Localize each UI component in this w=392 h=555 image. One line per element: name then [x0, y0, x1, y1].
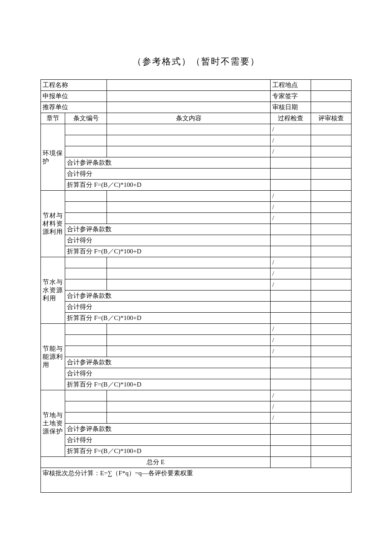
section-3-total-score-review	[311, 368, 352, 379]
section-2-total-score-process	[271, 302, 311, 313]
section-0-total-score-process	[271, 169, 311, 180]
section-2-review-0	[311, 257, 352, 268]
header-row-0: 工程名称 工程地点	[41, 80, 352, 91]
section-2-formula-review	[311, 313, 352, 324]
section-0-datarow-2: /	[41, 146, 352, 157]
section-3-total-score: 合计得分	[41, 368, 352, 379]
section-1-total-score-label: 合计得分	[65, 235, 271, 246]
section-3-process-2: /	[271, 346, 311, 357]
section-3-total-items: 合计参评条款数	[41, 357, 352, 368]
section-1-process-0: /	[271, 191, 311, 202]
section-2-process-1: /	[271, 268, 311, 279]
page-title: （参考格式）（暂时不需要）	[40, 55, 352, 67]
section-4-total-score-review	[311, 435, 352, 446]
section-0-formula-label: 折算百分 F=(B／C)*100+D	[65, 180, 271, 191]
section-4-review-2	[311, 413, 352, 424]
section-3-code-1	[65, 335, 107, 346]
section-4-process-1: /	[271, 401, 311, 413]
section-2-total-items: 合计参评条款数	[41, 291, 352, 302]
section-3-review-2	[311, 346, 352, 357]
total-e-row: 总分 E	[41, 457, 352, 468]
section-2-process-2: /	[271, 279, 311, 291]
section-2-code-0	[65, 257, 107, 268]
section-1-review-0	[311, 191, 352, 202]
section-0-content-1	[107, 135, 271, 146]
section-4-review-1	[311, 401, 352, 413]
section-3-datarow-2: /	[41, 346, 352, 357]
section-0-content-2	[107, 146, 271, 157]
header-right-label-1: 专家签字	[271, 91, 311, 102]
section-4-datarow-2: /	[41, 413, 352, 424]
bottom-formula-text: 审核批次总分计算：E=∑（F*q）=q—各评价要素权重	[41, 468, 352, 493]
section-0-process-0: /	[271, 124, 311, 135]
section-2-datarow-0: 节水与水资源利用 /	[41, 257, 352, 268]
section-2-content-1	[107, 268, 271, 279]
section-3-total-score-label: 合计得分	[65, 368, 271, 379]
form-table: 工程名称 工程地点 申报单位 专家签字 推荐单位 审核日期 章节 条文编号 条文…	[40, 79, 352, 493]
section-1-review-1	[311, 202, 352, 213]
col-header-section: 章节	[41, 113, 65, 124]
section-0-formula: 折算百分 F=(B／C)*100+D	[41, 180, 352, 191]
section-1-review-2	[311, 213, 352, 224]
section-2-content-2	[107, 279, 271, 291]
section-4-formula-label: 折算百分 F=(B／C)*100+D	[65, 446, 271, 457]
section-2-datarow-1: /	[41, 268, 352, 279]
section-4-total-items-label: 合计参评条款数	[65, 424, 271, 435]
section-1-formula-process	[271, 246, 311, 257]
section-3-content-1	[107, 335, 271, 346]
section-0-total-items: 合计参评条款数	[41, 157, 352, 169]
section-2-total-items-label: 合计参评条款数	[65, 291, 271, 302]
col-header-review: 评审核查	[311, 113, 352, 124]
section-1-datarow-0: 节材与材料资源利用 /	[41, 191, 352, 202]
section-2-code-2	[65, 279, 107, 291]
section-3-datarow-1: /	[41, 335, 352, 346]
section-2-formula: 折算百分 F=(B／C)*100+D	[41, 313, 352, 324]
section-3-process-0: /	[271, 324, 311, 335]
section-4-total-score: 合计得分	[41, 435, 352, 446]
section-2-formula-label: 折算百分 F=(B／C)*100+D	[65, 313, 271, 324]
section-0-review-1	[311, 135, 352, 146]
section-0-total-items-process	[271, 157, 311, 169]
section-0-formula-process	[271, 180, 311, 191]
section-4-total-score-label: 合计得分	[65, 435, 271, 446]
header-left-label-2: 推荐单位	[41, 102, 107, 113]
section-3-formula-review	[311, 379, 352, 390]
section-0-total-score-review	[311, 169, 352, 180]
section-2-review-2	[311, 279, 352, 291]
header-right-value-2	[311, 102, 352, 113]
section-0-datarow-0: 环境保护 /	[41, 124, 352, 135]
section-2-formula-process	[271, 313, 311, 324]
section-1-formula: 折算百分 F=(B／C)*100+D	[41, 246, 352, 257]
section-1-total-score: 合计得分	[41, 235, 352, 246]
section-4-formula: 折算百分 F=(B／C)*100+D	[41, 446, 352, 457]
section-4-process-2: /	[271, 413, 311, 424]
section-4-review-0	[311, 390, 352, 401]
section-2-process-0: /	[271, 257, 311, 268]
section-4-total-items: 合计参评条款数	[41, 424, 352, 435]
header-left-label-1: 申报单位	[41, 91, 107, 102]
section-3-datarow-0: 节能与能源利用 /	[41, 324, 352, 335]
section-2-label: 节水与水资源利用	[41, 257, 65, 324]
section-0-total-score-label: 合计得分	[65, 169, 271, 180]
total-e-label: 总分 E	[41, 457, 271, 468]
section-0-label: 环境保护	[41, 124, 65, 191]
section-1-formula-review	[311, 246, 352, 257]
section-4-content-2	[107, 413, 271, 424]
section-1-code-2	[65, 213, 107, 224]
section-4-code-0	[65, 390, 107, 401]
total-e-process	[271, 457, 311, 468]
section-0-total-items-review	[311, 157, 352, 169]
section-3-formula: 折算百分 F=(B／C)*100+D	[41, 379, 352, 390]
section-2-total-items-review	[311, 291, 352, 302]
header-left-value-1	[107, 91, 271, 102]
section-3-process-1: /	[271, 335, 311, 346]
section-1-content-2	[107, 213, 271, 224]
section-3-total-items-process	[271, 357, 311, 368]
section-1-content-0	[107, 191, 271, 202]
header-right-value-1	[311, 91, 352, 102]
section-4-code-1	[65, 401, 107, 413]
header-left-label-0: 工程名称	[41, 80, 107, 91]
header-row-1: 申报单位 专家签字	[41, 91, 352, 102]
section-0-datarow-1: /	[41, 135, 352, 146]
section-1-label: 节材与材料资源利用	[41, 191, 65, 257]
